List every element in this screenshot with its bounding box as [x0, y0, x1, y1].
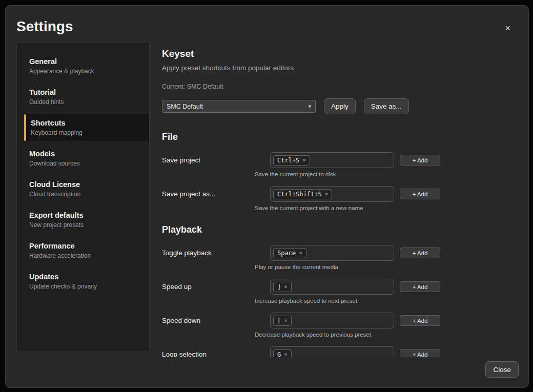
shortcut-keys-input[interactable]: Ctrl+S × [270, 152, 394, 168]
sidebar-item-updates[interactable]: Updates Update checks & privacy [24, 268, 149, 295]
add-shortcut-button[interactable]: + Add [400, 247, 440, 258]
sidebar-item-label: Performance [29, 242, 144, 250]
remove-key-icon[interactable]: × [284, 283, 288, 290]
close-button[interactable]: Close [485, 361, 519, 378]
shortcut-label: Toggle playback [162, 249, 212, 257]
key-chip: [ × [273, 316, 292, 326]
shortcut-help: Save the current project with a new name [255, 205, 447, 211]
shortcut-row-save-project: Save project Ctrl+S × + Add Save the cur… [162, 152, 447, 177]
close-icon[interactable]: × [503, 22, 512, 35]
shortcut-help: Play or pause the current media [255, 264, 447, 270]
add-shortcut-button[interactable]: + Add [400, 349, 440, 357]
shortcut-help: Save the current project to disk [255, 171, 447, 177]
chevron-down-icon: ▾ [308, 103, 311, 110]
add-shortcut-button[interactable]: + Add [400, 315, 440, 326]
keyset-current: Current: SMC Default [162, 83, 447, 90]
shortcut-row-save-project-as: Save project as... Ctrl+Shift+S × + Add … [162, 186, 447, 211]
sidebar-item-sublabel: Guided hints [29, 98, 144, 106]
add-shortcut-button[interactable]: + Add [400, 155, 440, 166]
shortcut-label: Speed up [162, 283, 192, 291]
shortcut-row-toggle-playback: Toggle playback Space × + Add Play or pa… [162, 245, 447, 270]
section-heading-playback: Playback [162, 224, 447, 235]
key-chip-label: Space [277, 250, 296, 257]
shortcut-row-loop-selection: Loop selection G × + Add [162, 346, 447, 357]
keyset-heading: Keyset [162, 48, 447, 59]
add-shortcut-button[interactable]: + Add [400, 189, 440, 199]
key-chip: Space × [273, 248, 306, 258]
sidebar-item-label: General [29, 57, 144, 66]
remove-key-icon[interactable]: × [284, 351, 288, 357]
sidebar-item-shortcuts[interactable]: Shortcuts Keyboard mapping [24, 114, 149, 141]
shortcut-keys-input[interactable]: Space × [270, 245, 394, 261]
sidebar-item-label: Updates [29, 273, 144, 281]
sidebar-item-label: Tutorial [29, 88, 144, 96]
sidebar-item-general[interactable]: General Appearance & playback [24, 53, 149, 79]
key-chip: G × [273, 349, 292, 358]
shortcut-label: Save project [162, 156, 200, 164]
remove-key-icon[interactable]: × [302, 157, 306, 163]
key-chip: ] × [273, 282, 292, 292]
remove-key-icon[interactable]: × [299, 250, 302, 256]
sidebar-item-label: Models [29, 150, 144, 158]
sidebar-item-export-defaults[interactable]: Export defaults New project presets [24, 207, 149, 233]
shortcut-keys-input[interactable]: G × [270, 346, 394, 357]
remove-key-icon[interactable]: × [284, 317, 288, 324]
key-chip-label: [ [277, 317, 281, 324]
dialog-title: Settings [16, 18, 73, 35]
key-chip: Ctrl+S × [273, 155, 310, 166]
sidebar-item-sublabel: Appearance & playback [29, 68, 144, 75]
apply-button[interactable]: Apply [324, 98, 356, 114]
sidebar-item-models[interactable]: Models Download sources [24, 145, 149, 172]
sidebar-item-cloud-license[interactable]: Cloud License Cloud transcription [24, 176, 149, 202]
sidebar-item-sublabel: Download sources [29, 160, 144, 167]
shortcut-help: Decrease playback speed to previous pres… [255, 332, 447, 338]
keyset-preset-row: SMC Default ▾ Apply Save as... [162, 98, 447, 114]
shortcut-keys-input[interactable]: ] × [270, 279, 394, 295]
sidebar-item-label: Shortcuts [29, 119, 144, 127]
key-chip: Ctrl+Shift+S × [273, 189, 332, 199]
remove-key-icon[interactable]: × [325, 191, 329, 197]
shortcut-row-speed-down: Speed down [ × + Add Decrease playback s… [162, 313, 447, 338]
section-heading-file: File [162, 132, 447, 142]
shortcuts-panel: Keyset Apply preset shortcuts from popul… [162, 42, 447, 357]
key-chip-label: Ctrl+Shift+S [277, 191, 322, 198]
preset-select[interactable]: SMC Default ▾ [162, 100, 316, 113]
shortcut-label: Speed down [162, 317, 200, 324]
shortcut-label: Save project as... [162, 190, 215, 198]
sidebar-item-label: Cloud License [29, 180, 144, 189]
sidebar-item-sublabel: Keyboard mapping [29, 129, 144, 136]
key-chip-label: ] [277, 283, 281, 291]
shortcut-row-speed-up: Speed up ] × + Add Increase playback spe… [162, 279, 447, 304]
settings-dialog: Settings × General Appearance & playback… [5, 5, 529, 388]
sidebar-item-label: Export defaults [29, 211, 144, 219]
key-chip-label: G [277, 351, 281, 358]
sidebar-item-tutorial[interactable]: Tutorial Guided hints [24, 84, 149, 110]
sidebar-item-performance[interactable]: Performance Hardware acceleration [24, 237, 149, 264]
keyset-subtitle: Apply preset shortcuts from popular edit… [162, 64, 447, 72]
preset-select-value: SMC Default [167, 103, 203, 110]
shortcut-label: Loop selection [162, 350, 207, 357]
shortcut-keys-input[interactable]: [ × [270, 313, 394, 328]
shortcut-help: Increase playback speed to next preset [255, 298, 447, 304]
sidebar-item-sublabel: New project presets [29, 221, 144, 229]
key-chip-label: Ctrl+S [277, 157, 299, 164]
sidebar-item-sublabel: Hardware acceleration [29, 252, 144, 259]
sidebar-item-sublabel: Cloud transcription [29, 191, 144, 198]
add-shortcut-button[interactable]: + Add [400, 281, 440, 292]
shortcut-keys-input[interactable]: Ctrl+Shift+S × [270, 186, 394, 202]
settings-sidebar: General Appearance & playback Tutorial G… [16, 42, 150, 352]
save-as-button[interactable]: Save as... [364, 98, 409, 114]
sidebar-item-sublabel: Update checks & privacy [29, 283, 144, 290]
